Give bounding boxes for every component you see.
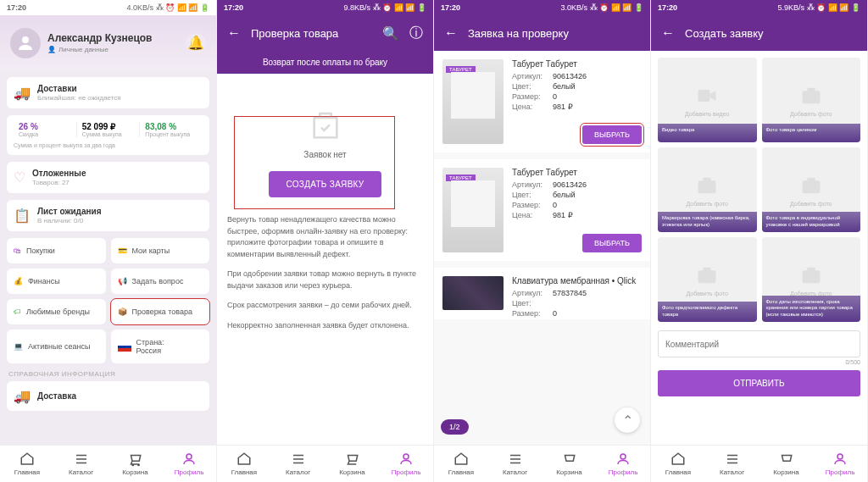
list-icon: 📋 [14, 208, 31, 224]
app-header: ← Проверка товара 🔍 ⓘ [217, 15, 433, 51]
upload-tile[interactable]: Добавить фотоФото предполагаемого дефект… [658, 237, 757, 322]
back-icon[interactable]: ← [225, 25, 242, 42]
app-header: ← Заявка на проверку [434, 15, 650, 51]
scroll-top-button[interactable]: ⌃ [615, 407, 640, 433]
user-name: Александр Кузнецов [47, 32, 179, 44]
waitlist-card[interactable]: 📋 Лист ожиданияВ наличии: 0/0 [7, 200, 209, 231]
svg-point-19 [808, 273, 814, 279]
profile-link[interactable]: 👤 Личные данные [47, 46, 179, 53]
finance-cell[interactable]: 💰Финансы [7, 269, 106, 294]
tab-home[interactable]: Главная [651, 446, 705, 482]
svg-point-10 [704, 183, 710, 189]
truck-icon: 🚚 [14, 85, 31, 101]
tab-cart[interactable]: Корзина [542, 446, 597, 482]
back-icon[interactable]: ← [659, 25, 676, 42]
tab-cart[interactable]: Корзина [108, 446, 163, 482]
tab-home[interactable]: Главная [217, 446, 271, 482]
upload-tile[interactable]: Добавить фотоФото даты изготовления, сро… [762, 237, 861, 322]
bottom-nav: Главная Каталог Корзина Профиль [217, 445, 433, 482]
tab-profile[interactable]: Профиль [379, 446, 433, 482]
pager[interactable]: 1/2 [441, 419, 469, 435]
upload-tile[interactable]: Добавить фотоМаркировка товара (навесная… [658, 147, 757, 232]
section-label: СПРАВОЧНАЯ ИНФОРМАЦИЯ [8, 370, 209, 378]
profile-header[interactable]: Александр Кузнецов 👤 Личные данные 🔔 [0, 15, 216, 70]
deferred-card[interactable]: ♡ ОтложенныеТоваров: 27 [7, 162, 209, 193]
select-button[interactable]: ВЫБРАТЬ [582, 125, 642, 144]
box-icon: 📦 [118, 307, 127, 316]
app-header: ← Создать заявку [651, 15, 867, 51]
tab-return[interactable]: Возврат после оплаты по браку [217, 51, 433, 75]
bag-icon: 🛍 [14, 247, 21, 255]
heart-icon: ♡ [14, 169, 25, 186]
tab-catalog[interactable]: Каталог [271, 446, 326, 482]
flag-icon [118, 342, 131, 352]
notifications-icon[interactable]: 🔔 [186, 33, 206, 53]
svg-rect-8 [807, 87, 815, 91]
tab-profile[interactable]: Профиль [162, 446, 216, 482]
product-card: ТАБУРЕТ Табурет Табурет Артикул:90613426… [434, 51, 650, 152]
truck-icon: 🚚 [14, 388, 31, 404]
send-button[interactable]: ОТПРАВИТЬ [658, 370, 860, 396]
tab-catalog[interactable]: Каталог [54, 446, 108, 482]
tab-catalog[interactable]: Каталог [488, 446, 542, 482]
megaphone-icon: 📢 [118, 277, 127, 285]
sessions-cell[interactable]: 💻Активные сеансы [7, 330, 106, 363]
tab-home[interactable]: Главная [434, 446, 488, 482]
tab-profile[interactable]: Профиль [596, 446, 650, 482]
svg-point-7 [808, 93, 814, 99]
empty-icon [309, 109, 342, 143]
page-title: Заявка на проверку [468, 27, 642, 40]
product-image[interactable] [442, 276, 504, 310]
card-icon: 💳 [118, 247, 127, 255]
wallet-icon: 💰 [14, 277, 23, 285]
clock: 17:20 [7, 3, 26, 12]
svg-point-4 [620, 454, 626, 459]
select-button[interactable]: ВЫБРАТЬ [582, 234, 642, 252]
back-icon[interactable]: ← [442, 25, 459, 42]
help-delivery[interactable]: 🚚Доставка [7, 381, 209, 411]
upload-tile[interactable]: Добавить фотоФото товара в индивидуально… [762, 147, 861, 232]
tab-profile[interactable]: Профиль [813, 446, 867, 482]
svg-rect-5 [698, 90, 710, 102]
devices-icon: 💻 [14, 342, 23, 351]
upload-tile[interactable]: Добавить фотоФото товара целиком [762, 58, 861, 142]
page-title: Проверка товара [251, 27, 374, 40]
svg-rect-11 [704, 177, 711, 181]
check-product-cell[interactable]: 📦Проверка товара [111, 299, 210, 324]
tab-cart[interactable]: Корзина [760, 446, 814, 482]
svg-point-13 [808, 183, 814, 189]
svg-point-3 [403, 454, 409, 459]
svg-point-16 [704, 273, 710, 279]
status-bar: 17:20 5.9KB/s ⁂ ⏰ 📶 📶 🔋 [651, 0, 867, 15]
svg-rect-20 [807, 267, 815, 271]
svg-point-0 [22, 36, 29, 43]
tab-catalog[interactable]: Каталог [705, 446, 760, 482]
comment-input[interactable] [658, 330, 860, 357]
avatar[interactable] [10, 28, 41, 58]
product-image[interactable]: ТАБУРЕТ [442, 59, 504, 144]
bottom-nav: Главная Каталог Корзина Профиль [434, 445, 650, 482]
stats-card[interactable]: 26 %Скидка 52 099 ₽Сумма выкупа 83,08 %П… [7, 115, 209, 155]
search-icon[interactable]: 🔍 [382, 25, 399, 42]
char-counter: 0/500 [658, 359, 860, 365]
svg-point-1 [186, 454, 192, 459]
ask-cell[interactable]: 📢Задать вопрос [111, 269, 210, 294]
purchases-cell[interactable]: 🛍Покупки [7, 238, 106, 263]
cards-cell[interactable]: 💳Мои карты [111, 238, 210, 263]
info-icon[interactable]: ⓘ [408, 25, 425, 42]
upload-tile[interactable]: Добавить видеоВидео товара [658, 58, 757, 142]
bottom-nav: Главная Каталог Корзина Профиль [651, 445, 867, 482]
status-bar: 17:20 3.0KB/s ⁂ ⏰ 📶 📶 🔋 [434, 0, 650, 15]
tab-cart[interactable]: Корзина [326, 446, 380, 482]
status-bar: 17:20 9.8KB/s ⁂ ⏰ 📶 📶 🔋 [217, 0, 433, 15]
svg-point-21 [837, 454, 843, 459]
bottom-nav: Главная Каталог Корзина Профиль [0, 445, 216, 482]
product-image[interactable]: ТАБУРЕТ [442, 168, 504, 252]
delivery-card[interactable]: 🚚 Доставки Ближайшая: не ожидается [7, 77, 209, 108]
tab-home[interactable]: Главная [0, 446, 54, 482]
svg-rect-17 [704, 267, 711, 271]
brands-cell[interactable]: 🏷Любимые бренды [7, 299, 106, 324]
country-cell[interactable]: Страна:Россия [111, 330, 210, 363]
tag-icon: 🏷 [14, 307, 21, 316]
status-bar: 17:20 4.0KB/s ⁂ ⏰ 📶 📶 🔋 [0, 0, 216, 15]
